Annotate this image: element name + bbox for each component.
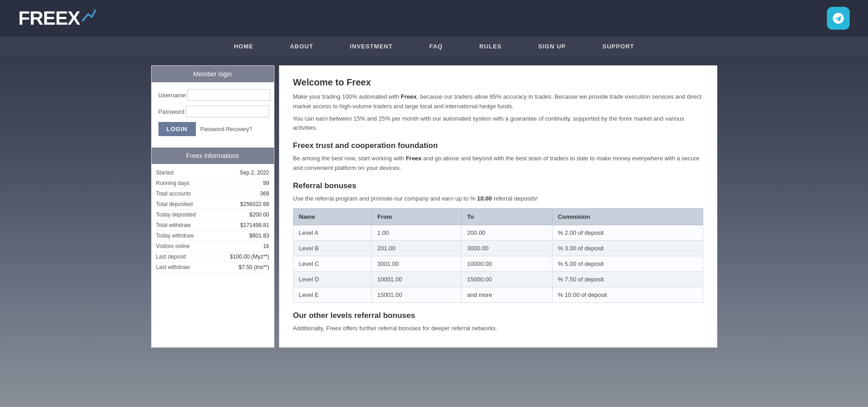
- level-commission: % 5.00 of deposit: [552, 256, 703, 271]
- info-value: $256022.68: [240, 201, 269, 207]
- username-row: Username:: [158, 89, 267, 101]
- table-row: Level B 201.00 3000.00 % 3.00 of deposit: [293, 240, 703, 256]
- info-row: Total accounts369: [156, 189, 269, 199]
- welcome-title: Welcome to Freex: [293, 77, 703, 88]
- info-label: Total deposited: [156, 201, 193, 207]
- level-name: Level B: [293, 240, 372, 256]
- level-name: Level C: [293, 256, 372, 271]
- info-row: Total withdraw$171498.81: [156, 220, 269, 231]
- main-content: Welcome to Freex Make your trading 100% …: [279, 65, 717, 348]
- sidebar: Member login Username: Password: LOGIN P…: [151, 65, 274, 348]
- nav-faq[interactable]: FAQ: [411, 37, 461, 56]
- referral-desc-pre: Use the referral program and promote our…: [293, 195, 476, 202]
- info-row: Today withdraw$801.83: [156, 231, 269, 241]
- info-value: 369: [260, 190, 269, 197]
- info-label: Started: [156, 169, 174, 176]
- username-label: Username:: [158, 92, 188, 99]
- nav-home[interactable]: HOME: [216, 37, 272, 56]
- welcome-p1: Make your trading 100% automated with Fr…: [293, 92, 703, 111]
- login-button[interactable]: LOGIN: [158, 122, 196, 136]
- col-name: Name: [293, 208, 372, 225]
- referral-desc: Use the referral program and promote our…: [293, 194, 703, 204]
- referral-percent: 10.00: [477, 195, 492, 202]
- info-row: Last withdraw:$7.50 (Ins**): [156, 262, 269, 273]
- info-value: Sep 2, 2022: [240, 169, 269, 176]
- info-label: Today withdraw: [156, 233, 194, 239]
- other-bonuses-title: Our other levels referral bonuses: [293, 311, 703, 320]
- password-input[interactable]: [186, 106, 269, 117]
- username-input[interactable]: [187, 89, 270, 101]
- level-to: 10000.00: [462, 256, 552, 271]
- nav-investment[interactable]: INVESTMENT: [331, 37, 411, 56]
- table-row: Level C 3001.00 10000.00 % 5.00 of depos…: [293, 256, 703, 271]
- login-actions: LOGIN Password Recovery?: [158, 122, 267, 136]
- nav-signup[interactable]: SIGN UP: [520, 37, 584, 56]
- info-value: $200.00: [249, 211, 269, 218]
- table-row: Level E 15001.00 and more % 10.00 of dep…: [293, 287, 703, 302]
- freex-info-title: Freex informations: [152, 148, 274, 164]
- level-commission: % 7.50 of deposit: [552, 271, 703, 287]
- trust-p1: Be among the best now, start working wit…: [293, 154, 703, 173]
- member-login-title: Member login: [152, 66, 274, 82]
- password-recovery-link[interactable]: Password Recovery?: [200, 126, 252, 132]
- level-name: Level D: [293, 271, 372, 287]
- level-to: 15000.00: [462, 271, 552, 287]
- info-value: $171498.81: [240, 222, 269, 228]
- level-to: 3000.00: [462, 240, 552, 256]
- referral-title: Referral bonuses: [293, 181, 703, 190]
- welcome-p2: You can earn between 15% and 25% per mon…: [293, 114, 703, 133]
- info-value: $100.00 (Myz**): [230, 254, 269, 260]
- info-label: Running days: [156, 180, 189, 186]
- level-from: 15001.00: [372, 287, 462, 302]
- info-value: 99: [263, 180, 269, 186]
- logo: FREEX: [18, 7, 97, 29]
- info-row: Today deposited$200.00: [156, 210, 269, 220]
- main-container: Member login Username: Password: LOGIN P…: [142, 65, 726, 348]
- table-row: Level D 10001.00 15000.00 % 7.50 of depo…: [293, 271, 703, 287]
- info-row: Last deposit:$100.00 (Myz**): [156, 252, 269, 262]
- nav-about[interactable]: ABOUT: [272, 37, 331, 56]
- info-table: StartedSep 2, 2022Running days99Total ac…: [152, 164, 274, 276]
- col-to: To: [462, 208, 552, 225]
- logo-arrow-icon: [81, 8, 97, 24]
- level-from: 1.00: [372, 225, 462, 240]
- info-value: $7.50 (Ins**): [239, 264, 269, 270]
- col-commission: Commision: [552, 208, 703, 225]
- info-label: Last deposit:: [156, 254, 187, 260]
- navigation: HOME ABOUT INVESTMENT FAQ RULES SIGN UP …: [0, 37, 868, 56]
- info-label: Today deposited: [156, 211, 196, 218]
- table-row: Level A 1.00 200.00 % 2.00 of deposit: [293, 225, 703, 240]
- info-row: StartedSep 2, 2022: [156, 168, 269, 178]
- telegram-button[interactable]: [827, 7, 850, 30]
- level-to: and more: [462, 287, 552, 302]
- info-value: 16: [263, 243, 269, 249]
- password-row: Password:: [158, 106, 267, 117]
- referral-table: Name From To Commision Level A 1.00 200.…: [293, 208, 703, 303]
- trust-title: Freex trust and cooperation foundation: [293, 141, 703, 150]
- login-form: Username: Password: LOGIN Password Recov…: [152, 82, 274, 143]
- info-row: Running days99: [156, 178, 269, 189]
- telegram-icon: [832, 12, 845, 25]
- password-label: Password:: [158, 108, 186, 115]
- level-from: 10001.00: [372, 271, 462, 287]
- level-name: Level E: [293, 287, 372, 302]
- level-name: Level A: [293, 225, 372, 240]
- info-row: Visitors online16: [156, 241, 269, 252]
- info-row: Total deposited$256022.68: [156, 199, 269, 210]
- info-label: Last withdraw:: [156, 264, 191, 270]
- referral-desc-post: referral deposits!: [494, 195, 538, 202]
- level-commission: % 3.00 of deposit: [552, 240, 703, 256]
- other-bonuses-desc: Additionally, Freex offers further refer…: [293, 324, 703, 333]
- info-label: Visitors online: [156, 243, 190, 249]
- nav-rules[interactable]: RULES: [461, 37, 520, 56]
- info-value: $801.83: [249, 233, 269, 239]
- nav-support[interactable]: SUPPORT: [584, 37, 652, 56]
- level-from: 201.00: [372, 240, 462, 256]
- header: FREEX: [0, 0, 868, 37]
- info-label: Total accounts: [156, 190, 191, 197]
- level-commission: % 2.00 of deposit: [552, 225, 703, 240]
- logo-text: FREEX: [18, 7, 80, 29]
- level-commission: % 10.00 of deposit: [552, 287, 703, 302]
- col-from: From: [372, 208, 462, 225]
- level-from: 3001.00: [372, 256, 462, 271]
